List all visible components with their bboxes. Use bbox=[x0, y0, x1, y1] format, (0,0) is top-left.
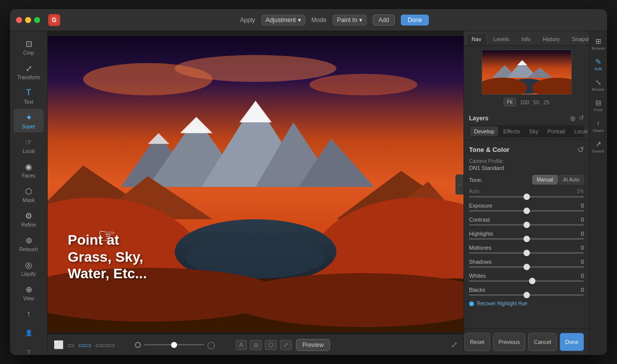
blacks-track[interactable] bbox=[469, 294, 584, 296]
canvas-area: Point at Grass, Sky, Water, Etc... ☞ ‹ ⬜… bbox=[48, 31, 464, 355]
adjustment-dropdown[interactable]: Adjustment ▾ bbox=[261, 15, 305, 26]
blacks-knob[interactable] bbox=[523, 292, 530, 298]
tool-local[interactable]: ☞ Local bbox=[14, 133, 44, 157]
brush-icon[interactable]: ◎ bbox=[250, 340, 262, 350]
contrast-track[interactable] bbox=[469, 224, 584, 226]
browse-icon-item[interactable]: ⊞ Browse bbox=[590, 35, 606, 53]
auto-slider-knob[interactable] bbox=[523, 194, 530, 200]
text-label: Text bbox=[24, 99, 33, 105]
highlights-track[interactable] bbox=[469, 238, 584, 240]
bottom-icons: ⬜ ▭ ▭▭ ▭▭▭ bbox=[54, 340, 115, 349]
close-button[interactable] bbox=[16, 17, 22, 23]
apply-label: Apply bbox=[240, 17, 255, 24]
auto-slider-track[interactable] bbox=[469, 196, 584, 198]
landscape-svg bbox=[48, 36, 464, 332]
tool-crop[interactable]: ⊡ Crop bbox=[14, 35, 44, 59]
tab-history[interactable]: History bbox=[537, 33, 565, 45]
zoom-thumb[interactable] bbox=[171, 342, 177, 348]
print-icon-item[interactable]: ⊟ Print bbox=[590, 97, 606, 114]
maximize-button[interactable] bbox=[34, 17, 40, 23]
tool-liquify[interactable]: ◎ Liquify bbox=[14, 256, 44, 280]
fullscreen-icon[interactable]: ⤢ bbox=[451, 340, 457, 349]
tone-color-reset-icon[interactable]: ↺ bbox=[577, 145, 584, 154]
exposure-knob[interactable] bbox=[523, 208, 530, 214]
expand-icon[interactable]: ⤢ bbox=[280, 340, 292, 350]
cancel-button[interactable]: Cancel bbox=[528, 333, 556, 351]
right-sidebar-icons: ⊞ Browse ✎ Edit ⤡ Resize ⊟ Print ↑ Share… bbox=[589, 31, 607, 355]
tool-text[interactable]: T Text bbox=[14, 84, 44, 108]
tool-retouch[interactable]: ⊚ Retouch bbox=[14, 232, 44, 255]
layers-reset-icon[interactable]: ↺ bbox=[579, 114, 584, 122]
export-icon-item[interactable]: ↗ Export bbox=[590, 138, 606, 155]
contrast-row: Contrast 0 bbox=[469, 217, 584, 226]
layer-tab-local[interactable]: Local bbox=[570, 126, 591, 136]
layer-tab-portrait[interactable]: Portrait bbox=[543, 126, 569, 136]
tool-super[interactable]: ✦ Super bbox=[14, 109, 44, 132]
whites-knob[interactable] bbox=[529, 278, 535, 284]
bottom-slider: ◯ bbox=[119, 341, 232, 349]
tool-user[interactable]: 👤 bbox=[14, 324, 44, 341]
highlights-knob[interactable] bbox=[523, 236, 530, 242]
zoom-100: 100 bbox=[520, 99, 529, 105]
overlay-line2: Grass, Sky, bbox=[68, 249, 143, 265]
tab-levels[interactable]: Levels bbox=[488, 33, 515, 45]
midtones-track[interactable] bbox=[469, 252, 584, 254]
tool-faces[interactable]: ◉ Faces bbox=[14, 158, 44, 181]
contrast-knob[interactable] bbox=[523, 222, 530, 228]
super-label: Super bbox=[22, 124, 36, 129]
shadows-row: Shadows 0 bbox=[469, 259, 584, 268]
paint-in-dropdown[interactable]: Paint In ▾ bbox=[333, 15, 367, 26]
done-button[interactable]: Done bbox=[560, 333, 584, 351]
midtones-label: Midtones bbox=[469, 245, 492, 251]
crop-label: Crop bbox=[23, 50, 34, 56]
tab-info[interactable]: Info bbox=[516, 33, 536, 45]
exposure-track[interactable] bbox=[469, 210, 584, 212]
tool-share-bottom[interactable]: ↑ bbox=[14, 305, 44, 322]
previous-button[interactable]: Previous bbox=[493, 333, 526, 351]
manual-btn[interactable]: Manual bbox=[532, 175, 558, 185]
layer-tab-develop[interactable]: Develop bbox=[470, 126, 498, 136]
app-logo: G bbox=[48, 14, 60, 26]
layer-tab-effects[interactable]: Effects bbox=[499, 126, 524, 136]
panel-collapse-arrow[interactable]: ‹ bbox=[455, 174, 464, 195]
reset-button[interactable]: Reset bbox=[465, 333, 490, 351]
tool-view[interactable]: ⊕ View bbox=[14, 281, 44, 304]
svg-point-2 bbox=[175, 55, 336, 82]
done-title-button[interactable]: Done bbox=[401, 15, 429, 26]
tone-buttons: Manual AI Auto bbox=[532, 175, 584, 185]
frame-icon[interactable]: ⬜ bbox=[54, 340, 64, 349]
edit-icon-item[interactable]: ✎ Edit bbox=[590, 56, 606, 73]
midtones-row: Midtones 0 bbox=[469, 245, 584, 254]
exposure-value: 0 bbox=[581, 203, 584, 209]
tool-help[interactable]: ? bbox=[14, 343, 44, 355]
tab-nav[interactable]: Nav bbox=[466, 33, 487, 45]
layers-header: Layers ⊕ ↺ bbox=[469, 114, 584, 122]
layout-triple-icon[interactable]: ▭▭▭ bbox=[95, 341, 115, 349]
layout-single-icon[interactable]: ▭ bbox=[68, 341, 74, 349]
whites-track[interactable] bbox=[469, 280, 584, 282]
layers-add-icon[interactable]: ⊕ bbox=[570, 114, 576, 122]
tool-mask[interactable]: ⬡ Mask bbox=[14, 183, 44, 206]
minimize-button[interactable] bbox=[25, 17, 31, 23]
shadows-knob[interactable] bbox=[523, 264, 530, 270]
tone-color-header: Tone & Color ↺ bbox=[469, 144, 584, 155]
add-button[interactable]: Add bbox=[373, 15, 394, 26]
faces-label: Faces bbox=[22, 173, 35, 178]
layer-tab-sky[interactable]: Sky bbox=[525, 126, 542, 136]
layout-double-icon[interactable]: ▭▭ bbox=[78, 341, 91, 349]
recover-dot-icon bbox=[469, 301, 474, 306]
tool-transform[interactable]: ⤢ Transform bbox=[14, 60, 44, 83]
share-icon-item[interactable]: ↑ Share bbox=[590, 117, 606, 135]
mask-icon-bottom[interactable]: ⬡ bbox=[265, 340, 277, 350]
ai-auto-btn[interactable]: AI Auto bbox=[559, 175, 584, 185]
app-window: G Apply Adjustment ▾ Mode Paint In ▾ Add… bbox=[10, 9, 607, 355]
preview-button[interactable]: Preview bbox=[296, 339, 331, 351]
text-icon-bottom[interactable]: A bbox=[236, 340, 247, 350]
shadows-track[interactable] bbox=[469, 266, 584, 268]
layers-tabs: Develop Effects Sky Portrait Local bbox=[469, 125, 584, 137]
zoom-track[interactable] bbox=[144, 344, 204, 345]
resize-icon-item[interactable]: ⤡ Resize bbox=[590, 76, 606, 94]
tool-refine[interactable]: ⚙ Refine bbox=[14, 207, 44, 231]
midtones-knob[interactable] bbox=[523, 250, 530, 256]
fit-button[interactable]: Fit bbox=[504, 98, 516, 106]
